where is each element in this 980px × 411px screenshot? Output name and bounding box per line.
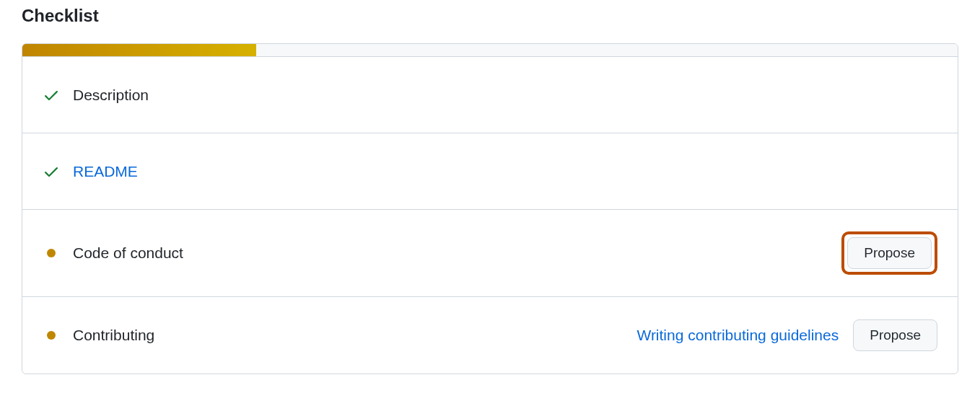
highlight-outline: Propose (841, 231, 937, 275)
check-icon (43, 87, 60, 104)
checklist-row-readme: README (22, 133, 958, 210)
checklist-row-code-of-conduct: Code of conduct Propose (22, 210, 958, 297)
page-title: Checklist (22, 6, 958, 26)
checklist-row-description: Description (22, 57, 958, 133)
check-icon (43, 163, 60, 180)
row-label: Contributing (73, 327, 624, 344)
checklist-row-contributing: Contributing Writing contributing guidel… (22, 297, 958, 374)
checklist-panel: Description README Code of conduct Propo… (22, 43, 958, 374)
contributing-guidelines-link[interactable]: Writing contributing guidelines (636, 327, 839, 344)
dot-icon (43, 249, 60, 257)
row-label: Code of conduct (73, 244, 828, 262)
readme-link[interactable]: README (73, 163, 937, 180)
progress-fill (22, 44, 256, 56)
propose-button[interactable]: Propose (853, 319, 937, 351)
propose-button[interactable]: Propose (847, 237, 932, 269)
progress-bar (22, 44, 958, 57)
dot-icon (43, 331, 60, 340)
row-label: Description (73, 87, 937, 104)
